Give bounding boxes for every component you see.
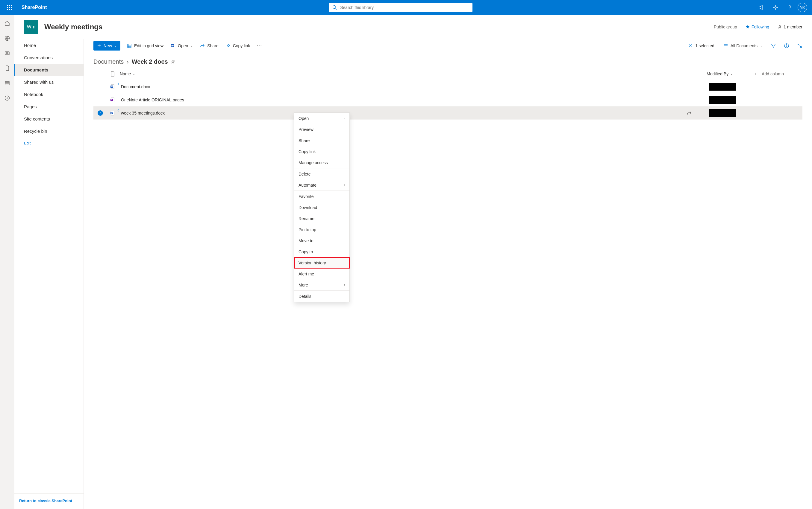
brand-label[interactable]: SharePoint xyxy=(20,5,47,10)
app-launcher-icon[interactable] xyxy=(2,0,17,15)
user-avatar[interactable]: MK xyxy=(798,3,807,12)
search-icon xyxy=(332,5,337,10)
top-bar: SharePoint MK xyxy=(0,0,812,15)
megaphone-icon[interactable] xyxy=(754,0,768,15)
help-icon[interactable] xyxy=(783,0,797,15)
svg-line-1 xyxy=(336,8,337,10)
search-input[interactable] xyxy=(340,5,469,10)
settings-icon[interactable] xyxy=(769,0,782,15)
search-box[interactable] xyxy=(329,3,472,12)
svg-point-2 xyxy=(775,7,776,8)
svg-point-3 xyxy=(789,9,790,9)
svg-point-0 xyxy=(333,6,336,9)
